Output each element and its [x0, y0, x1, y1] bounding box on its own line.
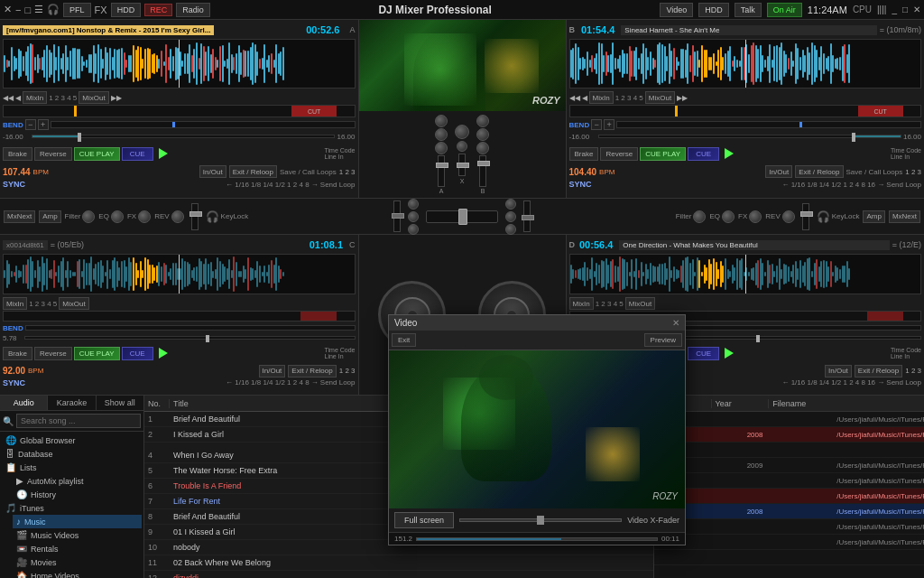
- rec-btn[interactable]: REC: [144, 4, 172, 16]
- filter-b-knob[interactable]: [693, 210, 706, 223]
- sidebar-movies[interactable]: 🎥 Movies: [13, 555, 142, 569]
- track-row[interactable]: 12 dizyddi: [144, 571, 653, 578]
- hdd-btn[interactable]: HDD: [111, 3, 142, 17]
- sidebar-automix[interactable]: ▶ AutoMix playlist: [13, 474, 142, 488]
- fx-b-knob[interactable]: [749, 210, 762, 223]
- center-eq-mid2[interactable]: [505, 211, 516, 222]
- master-fader[interactable]: [393, 200, 401, 232]
- master-fader2[interactable]: [523, 200, 531, 232]
- pfl-btn[interactable]: PFL: [63, 3, 91, 17]
- sidebar-music[interactable]: ♪ Music: [13, 515, 142, 528]
- video-preview-btn[interactable]: Preview: [644, 333, 682, 347]
- mx-amp-btn-b[interactable]: Amp: [863, 210, 884, 223]
- eq-mid-b[interactable]: [476, 128, 489, 141]
- deck-c-mix-btn[interactable]: MixIn: [3, 297, 27, 310]
- deck-b-mix-btn[interactable]: MixIn: [589, 91, 614, 104]
- right-panel-row[interactable]: 2008 /Users/jiafuli/Music/iTunes/Previou…: [654, 427, 924, 443]
- deck-a-brake-btn[interactable]: Brake: [3, 147, 32, 161]
- tab-show-all[interactable]: Show all: [97, 396, 143, 410]
- right-panel-row[interactable]: [654, 565, 924, 578]
- mx-next-btn[interactable]: MxNext: [4, 210, 35, 223]
- tab-audio[interactable]: Audio: [0, 396, 48, 410]
- deck-c-brake-btn[interactable]: Brake: [3, 347, 32, 360]
- win-close[interactable]: ✕: [913, 5, 920, 14]
- deck-a-in-out[interactable]: In/Out: [199, 165, 226, 178]
- eq-hi-b[interactable]: [476, 115, 489, 127]
- deck-c-cue-btn[interactable]: CUE: [122, 347, 153, 360]
- deck-b-exit-reloop[interactable]: Exit / Reloop: [795, 165, 843, 178]
- deck-b-reverse-btn[interactable]: Reverse: [600, 147, 638, 161]
- sidebar-home-videos[interactable]: 🏠 Home Videos: [13, 569, 142, 578]
- right-panel-row[interactable]: 9 2009 /Users/jiafuli/Music/iTunes/Previ…: [654, 458, 924, 473]
- deck-b-cue-btn[interactable]: CUE: [688, 147, 719, 161]
- track-row[interactable]: 11 02 Back Where We Belong: [144, 555, 653, 571]
- fx-a-knob[interactable]: [138, 210, 151, 223]
- vol-fader-bd[interactable]: [802, 203, 809, 230]
- mx-amp-btn[interactable]: Amp: [39, 210, 60, 223]
- deck-b-in-out[interactable]: In/Out: [765, 165, 792, 178]
- hdd-btn2[interactable]: HDD: [698, 3, 729, 17]
- deck-a-cue-btn[interactable]: CUE: [122, 147, 153, 161]
- deck-a-mix-btn[interactable]: MixIn: [23, 91, 47, 104]
- deck-a-play-triangle[interactable]: [159, 148, 168, 159]
- eq-a-knob[interactable]: [111, 210, 124, 223]
- vol-fader-b[interactable]: [479, 155, 486, 187]
- filter-a-knob[interactable]: [82, 210, 95, 223]
- mx-next-btn-b[interactable]: MxNext: [889, 210, 920, 223]
- sidebar-lists[interactable]: 📋 Lists: [2, 461, 142, 474]
- tab-karaoke[interactable]: Karaoke: [48, 396, 96, 410]
- deck-c-mixout-btn[interactable]: MixOut: [59, 297, 88, 310]
- sidebar-rentals[interactable]: 📼 Rentals: [13, 542, 142, 555]
- video-progress-bar[interactable]: [416, 537, 658, 541]
- maximize-icon[interactable]: □: [24, 5, 31, 15]
- sidebar-music-videos[interactable]: 🎬 Music Videos: [13, 528, 142, 542]
- rev-a-knob[interactable]: [171, 210, 184, 223]
- deck-c-in-out[interactable]: In/Out: [259, 365, 286, 378]
- deck-c-play-triangle[interactable]: [159, 348, 168, 359]
- center-eq-lo2[interactable]: [505, 224, 516, 235]
- center-eq-hi2[interactable]: [505, 199, 516, 210]
- win-max[interactable]: □: [902, 5, 908, 14]
- sidebar-itunes[interactable]: 🎵 iTunes: [2, 501, 142, 515]
- deck-a-reverse-btn[interactable]: Reverse: [34, 147, 72, 161]
- deck-a-mixout-btn[interactable]: MixOut: [79, 91, 108, 104]
- right-panel-row[interactable]: [654, 550, 924, 565]
- main-crossfader[interactable]: [426, 210, 498, 223]
- sidebar-history[interactable]: 🕒 History: [13, 488, 142, 501]
- deck-b-play-triangle[interactable]: [725, 148, 734, 159]
- close-icon[interactable]: ✕: [4, 4, 12, 15]
- deck-a-cue-play-btn[interactable]: CUE PLAY: [74, 147, 120, 161]
- deck-b-bend-plus[interactable]: +: [604, 119, 614, 130]
- deck-a-bend-plus[interactable]: +: [38, 119, 49, 130]
- deck-d-play-triangle[interactable]: [725, 348, 734, 359]
- right-panel-row[interactable]: /Users/jiafuli/Music/iTunes/Previous it/…: [654, 489, 924, 504]
- deck-b-brake-btn[interactable]: Brake: [569, 147, 599, 161]
- video-xfader[interactable]: [459, 518, 622, 522]
- rev-b-knob[interactable]: [782, 210, 795, 223]
- eq-lo-a[interactable]: [435, 142, 448, 154]
- video-exit-btn[interactable]: Exit: [392, 333, 416, 347]
- video-btn[interactable]: Video: [660, 3, 693, 17]
- talk-btn[interactable]: Talk: [735, 3, 762, 17]
- deck-c-exit-reloop[interactable]: Exit / Reloop: [288, 365, 336, 378]
- minimize-icon[interactable]: −: [15, 5, 21, 15]
- crossfader[interactable]: [458, 154, 466, 176]
- search-input[interactable]: [16, 414, 141, 428]
- deck-a-exit-reloop[interactable]: Exit / Reloop: [229, 165, 277, 178]
- center-eq-lo[interactable]: [408, 224, 419, 235]
- center-eq-mid[interactable]: [408, 211, 419, 222]
- win-min[interactable]: _: [892, 5, 897, 14]
- right-panel-row[interactable]: /Users/jiafuli/Music/iTunes/Previous it: [654, 535, 924, 550]
- deck-c-reverse-btn[interactable]: Reverse: [34, 347, 72, 360]
- sidebar-global-browser[interactable]: 🌐 Global Browser: [2, 434, 142, 447]
- deck-b-mixout-btn[interactable]: MixOut: [645, 91, 675, 104]
- sidebar-database[interactable]: 🗄 Database: [2, 447, 142, 461]
- on-air-btn[interactable]: On Air: [767, 3, 802, 17]
- deck-c-cue-play-btn[interactable]: CUE PLAY: [74, 347, 120, 360]
- filter-knob-ab[interactable]: [455, 125, 469, 139]
- deck-d-mix-btn[interactable]: MixIn: [569, 297, 594, 310]
- eq-hi-a[interactable]: [435, 115, 448, 127]
- deck-b-bend-minus[interactable]: −: [591, 119, 602, 130]
- deck-d-cue-btn[interactable]: CUE: [688, 347, 719, 360]
- fx-knob-ab[interactable]: [457, 141, 467, 152]
